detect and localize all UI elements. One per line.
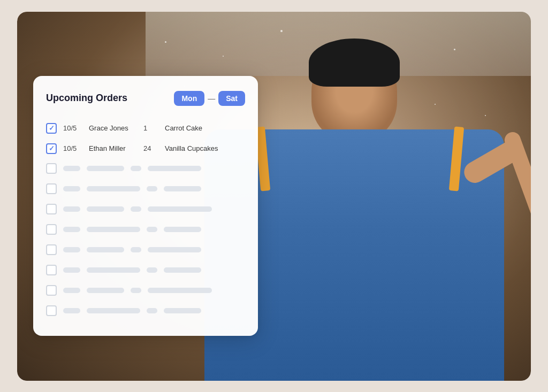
ph-date-1	[63, 166, 80, 171]
order-qty-1: 1	[143, 124, 158, 132]
order-item-1: Carrot Cake	[165, 124, 245, 132]
date-separator: —	[208, 94, 215, 103]
card-title: Upcoming Orders	[46, 93, 127, 104]
order-date-1: 10/5	[63, 124, 82, 132]
placeholder-row-6	[46, 260, 245, 280]
ph-date-5	[63, 247, 80, 252]
ph-checkbox-1[interactable]	[46, 163, 57, 174]
ph-item-4	[164, 227, 201, 232]
date-end-badge[interactable]: Sat	[218, 91, 245, 106]
ph-item-5	[148, 247, 201, 252]
ph-name-5	[87, 247, 124, 252]
placeholder-row-4	[46, 219, 245, 240]
ph-qty-2	[147, 186, 157, 191]
ph-checkbox-2[interactable]	[46, 183, 57, 194]
ph-item-3	[148, 206, 212, 212]
ph-checkbox-3[interactable]	[46, 204, 57, 214]
ph-checkbox-4[interactable]	[46, 224, 57, 235]
ph-date-2	[63, 186, 80, 191]
placeholder-row-3	[46, 199, 245, 219]
ph-qty-8	[147, 308, 157, 313]
date-range: Mon — Sat	[174, 91, 245, 106]
checkbox-1[interactable]: ✓	[46, 123, 57, 134]
ph-name-2	[87, 186, 140, 191]
ph-name-4	[87, 227, 140, 232]
order-name-1: Grace Jones	[89, 124, 137, 132]
order-row-1: ✓ 10/5 Grace Jones 1 Carrot Cake	[46, 119, 245, 138]
ph-qty-7	[131, 288, 141, 293]
ph-qty-3	[131, 206, 141, 212]
ph-date-7	[63, 288, 80, 293]
ph-name-8	[87, 308, 140, 313]
ph-name-1	[87, 166, 124, 171]
main-scene: Upcoming Orders Mon — Sat ✓ 10/5 Grace J…	[17, 12, 531, 381]
ph-name-7	[87, 288, 124, 293]
ph-qty-1	[131, 166, 141, 171]
ph-date-4	[63, 227, 80, 232]
ph-item-1	[148, 166, 201, 171]
order-row-2: ✓ 10/5 Ethan Miller 24 Vanilla Cupcakes	[46, 139, 245, 158]
orders-card: Upcoming Orders Mon — Sat ✓ 10/5 Grace J…	[33, 76, 258, 336]
checkbox-2[interactable]: ✓	[46, 143, 57, 154]
ph-qty-4	[147, 227, 157, 232]
placeholder-row-2	[46, 179, 245, 199]
card-header: Upcoming Orders Mon — Sat	[46, 91, 245, 106]
ph-qty-6	[147, 267, 157, 273]
ph-checkbox-6[interactable]	[46, 265, 57, 275]
ph-name-6	[87, 267, 140, 273]
ph-item-2	[164, 186, 201, 191]
ph-item-8	[164, 308, 201, 313]
order-item-2: Vanilla Cupcakes	[165, 144, 245, 152]
placeholder-row-5	[46, 240, 245, 260]
ph-date-3	[63, 206, 80, 212]
checkmark-1: ✓	[49, 124, 55, 132]
ph-checkbox-5[interactable]	[46, 244, 57, 255]
ph-checkbox-7[interactable]	[46, 285, 57, 296]
placeholder-row-8	[46, 301, 245, 321]
placeholder-row-7	[46, 280, 245, 301]
ph-date-8	[63, 308, 80, 313]
placeholder-row-1	[46, 158, 245, 179]
ph-date-6	[63, 267, 80, 273]
ph-name-3	[87, 206, 124, 212]
checkmark-2: ✓	[49, 144, 55, 152]
ph-item-6	[164, 267, 201, 273]
order-qty-2: 24	[143, 144, 158, 152]
ph-checkbox-8[interactable]	[46, 305, 57, 316]
ph-qty-5	[131, 247, 141, 252]
order-date-2: 10/5	[63, 144, 82, 152]
order-name-2: Ethan Miller	[89, 144, 137, 152]
date-start-badge[interactable]: Mon	[174, 91, 204, 106]
ph-item-7	[148, 288, 212, 293]
